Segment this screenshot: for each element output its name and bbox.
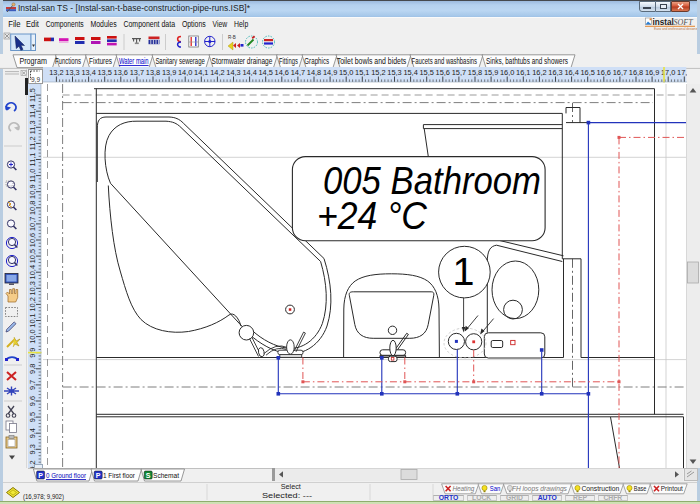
svg-text:16,0: 16,0 <box>500 68 514 77</box>
svg-text:13,6: 13,6 <box>114 68 128 77</box>
svg-text:Toilet bowls and bidets: Toilet bowls and bidets <box>337 57 407 66</box>
svg-text:11,4: 11,4 <box>28 104 37 118</box>
svg-text:10,8: 10,8 <box>28 201 37 215</box>
svg-text:Graphics: Graphics <box>304 57 329 66</box>
svg-text:Edit: Edit <box>26 19 39 29</box>
svg-text:Heating: Heating <box>452 484 474 493</box>
svg-text:Components: Components <box>46 19 84 29</box>
svg-text:10,9: 10,9 <box>28 185 37 199</box>
svg-text:14,7: 14,7 <box>291 68 305 77</box>
svg-text:San: San <box>490 484 501 493</box>
svg-text:14,2: 14,2 <box>210 68 224 77</box>
svg-text:Stormwater drainage: Stormwater drainage <box>212 57 273 66</box>
svg-text:Options: Options <box>182 19 206 29</box>
svg-text:11,3: 11,3 <box>28 120 37 134</box>
svg-text:13,4: 13,4 <box>81 68 95 77</box>
svg-text:9,7: 9,7 <box>28 380 37 390</box>
svg-text:Help: Help <box>234 19 248 29</box>
svg-text:FH loops drawings: FH loops drawings <box>512 484 567 493</box>
svg-text:16,1: 16,1 <box>516 68 530 77</box>
svg-text:16,6: 16,6 <box>597 68 611 77</box>
svg-text:Water main: Water main <box>119 57 149 66</box>
svg-text:15,4: 15,4 <box>403 68 417 77</box>
svg-text:P: P <box>38 471 43 478</box>
svg-text:16,9: 16,9 <box>645 68 659 77</box>
svg-text:Functions: Functions <box>55 57 81 66</box>
svg-text:Printout: Printout <box>661 484 684 493</box>
svg-text:R-B: R-B <box>228 35 236 40</box>
svg-text:9,9: 9,9 <box>31 76 40 83</box>
svg-text:Sinks, bathtubs and showers: Sinks, bathtubs and showers <box>486 57 568 66</box>
svg-text:14,8: 14,8 <box>307 68 321 77</box>
svg-text:11,2: 11,2 <box>28 136 37 150</box>
svg-text:Modules: Modules <box>91 19 117 29</box>
svg-text:16,5: 16,5 <box>581 68 595 77</box>
svg-text:9,6: 9,6 <box>28 396 37 406</box>
svg-text:9,5: 9,5 <box>28 412 37 422</box>
svg-text:11,0: 11,0 <box>28 169 37 183</box>
svg-text:11,5: 11,5 <box>28 88 37 102</box>
svg-text:10,2: 10,2 <box>28 297 37 311</box>
svg-text:10,6: 10,6 <box>28 233 37 247</box>
svg-text:13,3: 13,3 <box>65 68 79 77</box>
svg-text:14,6: 14,6 <box>275 68 289 77</box>
svg-text:9,3: 9,3 <box>28 444 37 454</box>
svg-text:Sanitary sewerage: Sanitary sewerage <box>155 57 205 66</box>
svg-text:14,0: 14,0 <box>178 68 192 77</box>
svg-text:+24 °C: +24 °C <box>317 195 428 237</box>
svg-text:16,4: 16,4 <box>564 68 578 77</box>
svg-text:File: File <box>8 19 20 29</box>
svg-text:13,9: 13,9 <box>162 68 176 77</box>
svg-text:Faucets and washbasins: Faucets and washbasins <box>412 57 478 66</box>
svg-text:Fittings: Fittings <box>279 57 298 66</box>
svg-text:11,1: 11,1 <box>28 153 37 167</box>
svg-text:15,2: 15,2 <box>371 68 385 77</box>
svg-text:0 Ground floor: 0 Ground floor <box>46 471 86 480</box>
svg-text:15,8: 15,8 <box>468 68 482 77</box>
svg-text:16,8: 16,8 <box>629 68 643 77</box>
svg-text:Construction: Construction <box>581 484 619 493</box>
svg-text:Program: Program <box>19 57 47 66</box>
svg-text:10,0: 10,0 <box>28 329 37 343</box>
svg-text:10,1: 10,1 <box>28 313 37 327</box>
svg-text:16,3: 16,3 <box>548 68 562 77</box>
svg-text:13,8: 13,8 <box>146 68 160 77</box>
svg-text:15,3: 15,3 <box>387 68 401 77</box>
svg-text:15,1: 15,1 <box>355 68 369 77</box>
svg-text:14,9: 14,9 <box>323 68 337 77</box>
svg-text:Instal-san TS - [Instal-san-: Instal-san TS - [Instal-san-t-base-const… <box>18 3 250 13</box>
svg-text:15,5: 15,5 <box>420 68 434 77</box>
svg-text:1: 1 <box>453 249 475 293</box>
svg-text:Schemat: Schemat <box>153 471 180 480</box>
svg-text:Component data: Component data <box>123 19 175 29</box>
svg-text:View: View <box>213 19 228 29</box>
svg-text:1 First floor: 1 First floor <box>103 471 135 480</box>
svg-text:10,7: 10,7 <box>28 217 37 231</box>
svg-text:14,4: 14,4 <box>242 68 256 77</box>
svg-text:14,3: 14,3 <box>226 68 240 77</box>
svg-text:10,3: 10,3 <box>28 281 37 295</box>
svg-text:13,2: 13,2 <box>49 68 63 77</box>
svg-text:13,7: 13,7 <box>130 68 144 77</box>
svg-text:16,2: 16,2 <box>532 68 546 77</box>
svg-text:15,6: 15,6 <box>436 68 450 77</box>
svg-text:Base: Base <box>634 484 647 493</box>
svg-text:9,4: 9,4 <box>28 428 37 438</box>
svg-text:15,0: 15,0 <box>339 68 353 77</box>
svg-text:SOFT: SOFT <box>674 18 694 27</box>
svg-text:instal: instal <box>653 18 674 27</box>
svg-text:Fixtures: Fixtures <box>89 57 112 66</box>
svg-text:14,5: 14,5 <box>259 68 273 77</box>
svg-text:15,7: 15,7 <box>452 68 466 77</box>
svg-text:15,9: 15,9 <box>484 68 498 77</box>
svg-text:17,0: 17,0 <box>661 68 675 77</box>
svg-text:16,7: 16,7 <box>613 68 627 77</box>
svg-text:10,5: 10,5 <box>28 249 37 263</box>
svg-text:14,1: 14,1 <box>194 68 208 77</box>
svg-text:13,5: 13,5 <box>98 68 112 77</box>
svg-text:9,8: 9,8 <box>28 364 37 374</box>
svg-text:S: S <box>146 471 151 478</box>
svg-text:10,4: 10,4 <box>28 265 37 279</box>
svg-text:P: P <box>96 471 101 478</box>
